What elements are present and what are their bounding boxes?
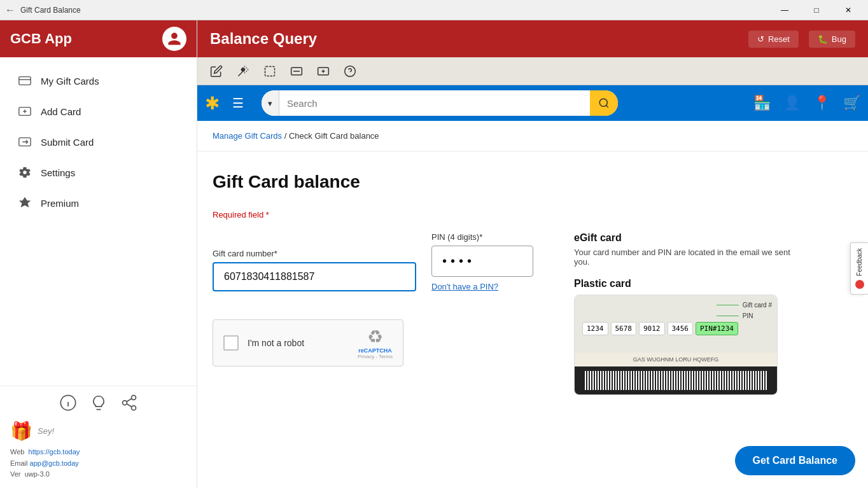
reset-icon: ↺ xyxy=(757,34,764,44)
minimize-button[interactable]: — xyxy=(770,0,799,20)
breadcrumb: Manage Gift Cards / Check Gift Card bala… xyxy=(197,121,868,151)
minus-icon xyxy=(290,65,303,78)
search-icon xyxy=(598,97,610,109)
recaptcha-label: I'm not a robot xyxy=(248,338,349,348)
sidebar-nav: My Gift Cards Add Card Submit Card xyxy=(0,57,197,386)
edit-icon xyxy=(210,65,223,78)
svg-line-12 xyxy=(127,404,132,407)
recaptcha-logo: ♻ reCAPTCHA Privacy - Terms xyxy=(358,326,393,359)
reset-button[interactable]: ↺ Reset xyxy=(748,31,799,48)
card-number-input[interactable] xyxy=(213,262,416,291)
card-number-line: Gift card # xyxy=(717,302,772,309)
walmart-navbar: ✱ ☰ ▾ 🏪 👤 📍 🛒 xyxy=(197,85,868,121)
card-seg-1: 1234 xyxy=(582,322,608,335)
recaptcha-checkbox[interactable] xyxy=(223,335,239,351)
pin-group: PIN (4 digits)* Don't have a PIN? xyxy=(431,232,533,291)
sidebar-item-label: Add Card xyxy=(41,106,81,117)
back-button[interactable]: ← xyxy=(5,4,15,16)
edit-tool-button[interactable] xyxy=(205,60,228,83)
minus-tool-button[interactable] xyxy=(285,60,308,83)
sidebar: GCB App My Gift Cards xyxy=(0,20,197,488)
web-link[interactable]: https://gcb.today xyxy=(29,448,80,456)
card-seg-4: 3456 xyxy=(668,322,694,335)
walmart-logo: ✱ xyxy=(205,93,220,114)
card-number-line-indicator xyxy=(717,305,739,305)
share-icon[interactable] xyxy=(120,394,138,412)
add-icon xyxy=(18,104,32,118)
form-row-main: Gift card number* PIN (4 digits)* Don't … xyxy=(213,232,853,395)
submit-icon xyxy=(18,135,32,149)
search-button[interactable] xyxy=(590,90,618,116)
sidebar-item-label: Submit Card xyxy=(41,137,94,148)
idea-icon[interactable] xyxy=(90,394,108,412)
search-dropdown[interactable]: ▾ xyxy=(262,90,279,116)
magic-tool-button[interactable] xyxy=(232,60,255,83)
maximize-button[interactable]: □ xyxy=(802,0,831,20)
form-title: Gift Card balance xyxy=(213,172,853,192)
inputs-row: Gift card number* PIN (4 digits)* Don't … xyxy=(213,232,533,291)
gift-logo: 🎁 Sey! xyxy=(10,421,186,442)
version-meta: Ver uwp-3.0 xyxy=(10,469,186,480)
app-container: GCB App My Gift Cards xyxy=(0,20,868,488)
get-card-balance-button[interactable]: Get Card Balance xyxy=(735,446,855,475)
plastic-card-image: Gift card # PIN 1234 xyxy=(574,295,778,395)
gift-label: Sey! xyxy=(38,426,54,436)
sidebar-bottom: 🎁 Sey! Web https://gcb.today Email app@g… xyxy=(0,386,197,488)
plastic-title: Plastic card xyxy=(574,278,803,289)
breadcrumb-separator: / xyxy=(284,131,289,141)
form-left: Gift card number* PIN (4 digits)* Don't … xyxy=(213,232,533,366)
top-bar-title: Balance Query xyxy=(210,30,317,48)
svg-rect-0 xyxy=(19,77,31,85)
window-title: Gift Card Balance xyxy=(20,6,81,15)
help-tool-button[interactable] xyxy=(339,60,361,83)
select-tool-button[interactable] xyxy=(258,60,281,83)
bug-icon: 🐛 xyxy=(818,34,828,44)
pin-label: PIN (4 digits)* xyxy=(431,232,533,242)
app-title: GCB App xyxy=(10,31,72,47)
card-barcode-text: GAS WUGHNM LORU HQWEFG xyxy=(633,356,719,363)
sidebar-item-settings[interactable]: Settings xyxy=(5,158,192,187)
card-labels: Gift card # PIN xyxy=(717,302,772,319)
breadcrumb-parent[interactable]: Manage Gift Cards xyxy=(213,131,282,141)
account-icon[interactable]: 👤 xyxy=(783,95,801,111)
sidebar-item-my-gift-cards[interactable]: My Gift Cards xyxy=(5,66,192,95)
user-icon xyxy=(167,31,182,46)
bug-button[interactable]: 🐛 Bug xyxy=(809,31,855,48)
cart-icon[interactable]: 🛒 xyxy=(843,95,860,111)
email-link[interactable]: app@gcb.today xyxy=(30,459,79,467)
recaptcha-sub: Privacy - Terms xyxy=(358,354,393,359)
sidebar-item-submit-card[interactable]: Submit Card xyxy=(5,127,192,157)
dropdown-label: ▾ xyxy=(268,99,272,108)
sidebar-header: GCB App xyxy=(0,20,197,57)
sidebar-item-label: Settings xyxy=(41,167,75,178)
sidebar-item-premium[interactable]: Premium xyxy=(5,188,192,218)
sidebar-item-add-card[interactable]: Add Card xyxy=(5,97,192,126)
location-icon[interactable]: 📍 xyxy=(813,95,830,111)
svg-line-14 xyxy=(239,71,243,76)
svg-line-13 xyxy=(127,399,132,402)
page-content: Manage Gift Cards / Check Gift Card bala… xyxy=(197,121,868,488)
dont-have-pin-link[interactable]: Don't have a PIN? xyxy=(431,282,533,291)
close-button[interactable]: ✕ xyxy=(834,0,863,20)
window-controls: — □ ✕ xyxy=(770,0,863,20)
web-meta: Web https://gcb.today xyxy=(10,447,186,458)
svg-point-9 xyxy=(131,396,136,400)
pin-input[interactable] xyxy=(431,246,533,277)
egift-title: eGift card xyxy=(574,232,803,244)
hamburger-button[interactable]: ☰ xyxy=(227,90,249,116)
walmart-nav-right: 🏪 👤 📍 🛒 xyxy=(753,95,860,111)
feedback-label: Feedback xyxy=(856,248,863,276)
card-number-group: Gift card number* xyxy=(213,249,416,291)
info-icon[interactable] xyxy=(59,394,77,412)
feedback-tab[interactable]: Feedback xyxy=(850,242,868,295)
svg-rect-15 xyxy=(265,66,275,76)
export-tool-button[interactable] xyxy=(312,60,335,83)
bug-label: Bug xyxy=(832,34,846,44)
store-icon[interactable]: 🏪 xyxy=(753,95,771,111)
card-segments-row: 1234 5678 9012 3456 PIN#1234 xyxy=(582,322,769,335)
premium-icon xyxy=(18,196,32,210)
avatar[interactable] xyxy=(162,27,186,51)
card-icon xyxy=(18,74,32,88)
search-input[interactable] xyxy=(279,90,590,116)
help-icon xyxy=(344,65,356,78)
